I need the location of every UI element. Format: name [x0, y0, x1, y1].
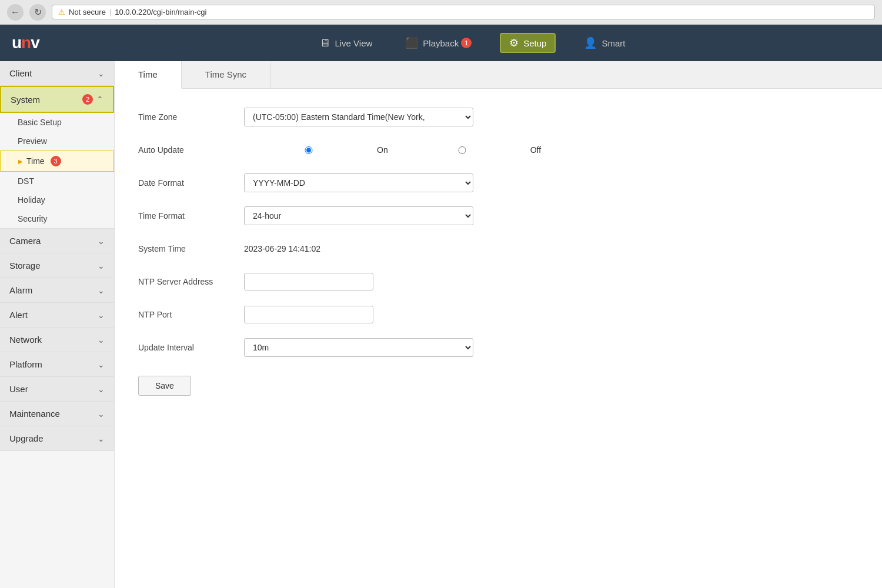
sidebar-header-user[interactable]: User ⌄: [0, 377, 114, 401]
auto-update-off-radio[interactable]: [397, 146, 527, 154]
date-format-label: Date Format: [138, 178, 244, 188]
nav-smart[interactable]: 👤 Smart: [579, 34, 630, 52]
time-format-row: Time Format 24-hour 12-hour: [138, 205, 858, 226]
auto-update-row: Auto Update On Off: [138, 139, 858, 161]
address-bar: ⚠ Not secure | 10.0.0.220/cgi-bin/main-c…: [52, 5, 875, 19]
sidebar-header-maintenance[interactable]: Maintenance ⌄: [0, 402, 114, 426]
sidebar-section-alarm: Alarm ⌄: [0, 278, 114, 303]
ntp-port-input[interactable]: 123: [244, 306, 373, 323]
auto-update-on-radio[interactable]: [244, 146, 373, 154]
ntp-port-row: NTP Port 123: [138, 304, 858, 325]
auto-update-on-label[interactable]: On: [244, 145, 388, 155]
sidebar-section-network: Network ⌄: [0, 328, 114, 352]
update-interval-label: Update Interval: [138, 343, 244, 352]
sidebar-upgrade-label: Upgrade: [9, 433, 44, 443]
sidebar-section-system: System 2 ⌃ Basic Setup Preview Time 3 DS…: [0, 86, 114, 229]
save-button[interactable]: Save: [138, 376, 191, 396]
sidebar: Client ⌄ System 2 ⌃ Basic Setup Preview …: [0, 61, 115, 588]
time-format-select[interactable]: 24-hour 12-hour: [244, 206, 473, 225]
sidebar-header-system[interactable]: System 2 ⌃: [0, 86, 114, 113]
time-badge: 3: [51, 156, 61, 166]
system-time-label: System Time: [138, 244, 244, 253]
sidebar-header-upgrade[interactable]: Upgrade ⌄: [0, 426, 114, 450]
auto-update-control: On Off: [244, 145, 541, 155]
sidebar-item-holiday[interactable]: Holiday: [0, 191, 114, 209]
sidebar-section-user: User ⌄: [0, 377, 114, 402]
sidebar-header-alert[interactable]: Alert ⌄: [0, 303, 114, 327]
date-format-select[interactable]: YYYY-MM-DD MM/DD/YYYY DD/MM/YYYY: [244, 173, 473, 192]
chevron-down-icon: ⌄: [98, 310, 105, 320]
nav-live-view-label: Live View: [335, 38, 372, 48]
ntp-port-label: NTP Port: [138, 310, 244, 319]
system-time-row: System Time 2023-06-29 14:41:02: [138, 238, 858, 259]
sidebar-item-security[interactable]: Security: [0, 209, 114, 228]
timezone-row: Time Zone (UTC-05:00) Eastern Standard T…: [138, 106, 858, 128]
nav-playback[interactable]: ⬛ Playback 1: [400, 34, 476, 52]
tab-time-sync[interactable]: Time Sync: [182, 61, 270, 88]
playback-badge: 1: [461, 38, 472, 48]
monitor-icon: 🖥: [319, 37, 330, 49]
ntp-server-control: pool.ntp.org: [244, 273, 373, 290]
refresh-button[interactable]: ↻: [29, 4, 46, 21]
nav-items: 🖥 Live View ⬛ Playback 1 ⚙ Setup 👤 Smart: [75, 33, 870, 53]
chevron-down-icon: ⌄: [98, 286, 105, 295]
sidebar-item-time[interactable]: Time 3: [0, 151, 114, 172]
date-format-control: YYYY-MM-DD MM/DD/YYYY DD/MM/YYYY: [244, 173, 473, 192]
browser-bar: ← ↻ ⚠ Not secure | 10.0.0.220/cgi-bin/ma…: [0, 0, 882, 25]
sidebar-header-platform[interactable]: Platform ⌄: [0, 352, 114, 376]
sidebar-header-client[interactable]: Client ⌄: [0, 61, 114, 85]
nav-setup-label: Setup: [523, 38, 546, 48]
auto-update-off-label[interactable]: Off: [397, 145, 541, 155]
chevron-down-icon: ⌄: [98, 360, 105, 369]
ntp-port-control: 123: [244, 306, 373, 323]
ntp-server-row: NTP Server Address pool.ntp.org: [138, 271, 858, 292]
sidebar-section-alert: Alert ⌄: [0, 303, 114, 328]
sidebar-header-network[interactable]: Network ⌄: [0, 328, 114, 352]
content-area: Time Time Sync Time Zone (UTC-05:00) Eas…: [115, 61, 882, 588]
timezone-select[interactable]: (UTC-05:00) Eastern Standard Time(New Yo…: [244, 108, 473, 126]
sidebar-storage-label: Storage: [9, 260, 41, 270]
sidebar-platform-label: Platform: [9, 359, 42, 369]
sidebar-camera-label: Camera: [9, 236, 41, 246]
save-row: Save: [138, 370, 858, 396]
sidebar-section-upgrade: Upgrade ⌄: [0, 426, 114, 451]
auto-update-label: Auto Update: [138, 145, 244, 155]
security-warning-icon: ⚠: [58, 8, 65, 16]
nav-live-view[interactable]: 🖥 Live View: [315, 35, 377, 52]
auto-update-on-text: On: [377, 145, 388, 155]
chevron-down-icon: ⌄: [98, 434, 105, 443]
nav-playback-label: Playback: [423, 38, 459, 48]
sidebar-user-label: User: [9, 384, 28, 394]
tab-time[interactable]: Time: [115, 61, 182, 89]
sidebar-item-preview[interactable]: Preview: [0, 132, 114, 151]
security-label: Not secure: [69, 8, 106, 16]
sidebar-header-camera[interactable]: Camera ⌄: [0, 229, 114, 253]
sidebar-section-storage: Storage ⌄: [0, 253, 114, 278]
chevron-down-icon: ⌄: [98, 236, 105, 246]
sidebar-system-label: System: [11, 95, 40, 105]
chevron-down-icon: ⌄: [98, 385, 105, 394]
url-text: 10.0.0.220/cgi-bin/main-cgi: [115, 8, 206, 16]
sidebar-item-dst[interactable]: DST: [0, 172, 114, 191]
chevron-up-icon: ⌃: [96, 95, 103, 104]
chevron-down-icon: ⌄: [98, 335, 105, 345]
ntp-server-input[interactable]: pool.ntp.org: [244, 273, 373, 290]
timezone-control: (UTC-05:00) Eastern Standard Time(New Yo…: [244, 108, 473, 126]
person-icon: 👤: [584, 36, 597, 49]
nav-smart-label: Smart: [602, 38, 625, 48]
sidebar-header-alarm[interactable]: Alarm ⌄: [0, 278, 114, 302]
sidebar-client-label: Client: [9, 68, 32, 78]
form-content: Time Zone (UTC-05:00) Eastern Standard T…: [115, 89, 882, 588]
nav-setup[interactable]: ⚙ Setup: [500, 33, 556, 53]
sidebar-network-label: Network: [9, 335, 42, 345]
update-interval-select[interactable]: 1m 5m 10m 30m 60m: [244, 338, 473, 357]
top-nav: unv 🖥 Live View ⬛ Playback 1 ⚙ Setup 👤 S…: [0, 25, 882, 61]
sidebar-maintenance-label: Maintenance: [9, 409, 60, 419]
sidebar-section-maintenance: Maintenance ⌄: [0, 402, 114, 426]
sidebar-item-basic-setup[interactable]: Basic Setup: [0, 113, 114, 132]
ntp-server-label: NTP Server Address: [138, 277, 244, 286]
back-button[interactable]: ←: [7, 4, 24, 21]
main-layout: Client ⌄ System 2 ⌃ Basic Setup Preview …: [0, 61, 882, 588]
sidebar-section-camera: Camera ⌄: [0, 229, 114, 253]
sidebar-header-storage[interactable]: Storage ⌄: [0, 253, 114, 278]
